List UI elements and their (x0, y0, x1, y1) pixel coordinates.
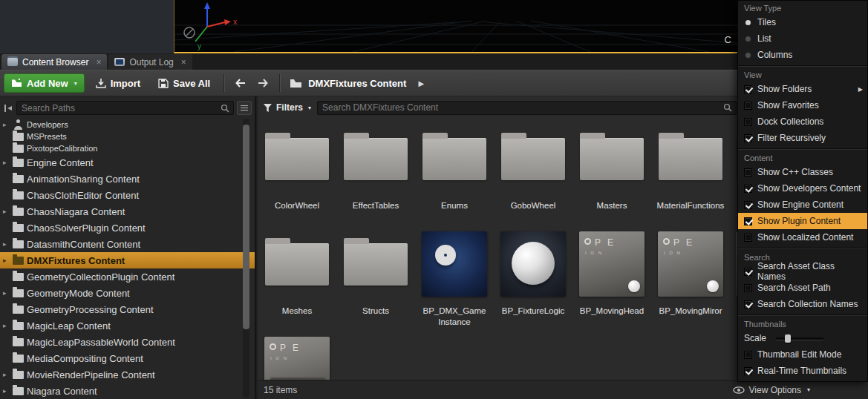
asset-tile[interactable]: P E I O N EffectTables (336, 123, 415, 228)
search-paths-input[interactable] (22, 103, 221, 113)
menu-item-control[interactable] (744, 134, 752, 142)
asset-tile[interactable]: P E I O N Meshes (258, 228, 336, 334)
close-icon[interactable]: × (181, 57, 186, 67)
menu-item-control[interactable] (744, 168, 752, 177)
menu-item[interactable]: Real-Time Thumbnails ▶ (738, 363, 867, 379)
tree-item[interactable]: ▸ MediaCompositing Content (0, 350, 255, 366)
menu-item-control[interactable] (744, 234, 752, 242)
menu-item[interactable]: Dock Collections ▶ (738, 113, 867, 130)
search-assets-input[interactable] (322, 102, 723, 113)
tree-item[interactable]: ▸ Developers (0, 119, 255, 131)
menu-item[interactable]: Tiles ▶ (738, 14, 867, 30)
tree-item[interactable]: ▸ DMXFixtures Content (0, 252, 255, 268)
expand-arrow-icon[interactable]: ▸ (3, 371, 10, 378)
close-icon[interactable]: × (96, 57, 101, 67)
photo-logo-subtext: I O N (585, 251, 603, 255)
menu-item-control[interactable] (744, 85, 752, 93)
tree-scrollbar-thumb[interactable] (243, 125, 249, 329)
gear-logo-icon (663, 238, 670, 245)
asset-tile[interactable]: P E I O N GoboWheel (494, 123, 572, 228)
panel-tab[interactable]: Output Log × (108, 54, 192, 70)
asset-tile[interactable]: P E I O N BP_DMX_Game Instance (415, 228, 494, 334)
import-button[interactable]: Import (89, 73, 147, 93)
menu-item-control[interactable] (744, 217, 752, 225)
menu-item-control[interactable] (744, 201, 752, 209)
panel-tab[interactable]: Content Browser × (1, 54, 107, 70)
menu-item[interactable]: Scale ▶ (738, 330, 867, 346)
menu-item-control[interactable] (745, 20, 751, 25)
forward-button[interactable] (254, 78, 273, 88)
tree-item[interactable]: ▸ Niagara Content (0, 383, 255, 399)
add-new-button[interactable]: Add New ▾ (4, 73, 85, 93)
menu-item-control[interactable] (744, 268, 752, 276)
scale-slider[interactable] (776, 337, 823, 340)
back-button[interactable] (231, 78, 249, 88)
asset-tile[interactable]: P E I O N BP_FixtureLogic (494, 228, 572, 334)
tree-item[interactable]: ▸ ChaosNiagara Content (0, 203, 255, 220)
tree-item[interactable]: ▸ GeometryProcessing Content (0, 301, 255, 317)
tree-item[interactable]: ▸ ChaosSolverPlugin Content (0, 220, 255, 236)
asset-tile[interactable]: P E I O N Masters (572, 123, 651, 228)
menu-item[interactable]: Show Localized Content ▶ (738, 229, 867, 245)
save-all-button[interactable]: Save All (151, 73, 217, 93)
expand-arrow-icon[interactable]: ▸ (3, 121, 10, 128)
tree-item-label: DMXFixtures Content (27, 255, 125, 266)
expand-arrow-icon[interactable]: ▸ (3, 208, 10, 215)
tree-item[interactable]: ▸ PixotopeCalibration (0, 142, 255, 154)
chevron-right-icon[interactable]: ▶ (418, 79, 424, 88)
expand-arrow-icon[interactable]: ▸ (3, 240, 10, 248)
expand-arrow-icon[interactable]: ▸ (3, 289, 10, 297)
sphere-prop (628, 280, 640, 292)
menu-item-control[interactable] (745, 53, 751, 58)
asset-tile[interactable]: P E I O N ColorWheel (258, 123, 336, 228)
tree-item[interactable]: ▸ MovieRenderPipeline Content (0, 366, 255, 383)
expand-arrow-icon[interactable]: ▸ (3, 322, 10, 329)
filters-button[interactable]: Filters ▾ (264, 102, 311, 113)
tree-item-icon (13, 338, 24, 346)
menu-item[interactable]: Show Developers Content ▶ (738, 180, 867, 197)
tree-item[interactable]: ▸ MagicLeapPassableWorld Content (0, 334, 255, 350)
collapse-sources-icon[interactable] (3, 103, 13, 113)
view-options-button[interactable]: View Options ▾ (733, 385, 811, 395)
path-view-options-button[interactable] (237, 101, 252, 115)
menu-item[interactable]: List ▶ (738, 30, 867, 47)
menu-item[interactable]: Thumbnail Edit Mode ▶ (738, 346, 867, 363)
tree-item[interactable]: ▸ MSPresets (0, 131, 255, 142)
menu-item-control[interactable] (744, 351, 752, 359)
tree-item[interactable]: ▸ Engine Content (0, 154, 255, 171)
expand-arrow-icon[interactable]: ▸ (3, 159, 10, 166)
asset-tile[interactable]: P E I O N BP_MovingMiror (651, 228, 730, 334)
menu-item[interactable]: Show Favorites ▶ (738, 97, 867, 113)
tree-item[interactable]: ▸ MagicLeap Content (0, 317, 255, 334)
tree-item[interactable]: ▸ GeometryCollectionPlugin Content (0, 268, 255, 285)
menu-item[interactable]: Show Folders ▶ (738, 81, 867, 97)
menu-item[interactable]: Search Asset Path ▶ (738, 280, 867, 296)
tree-item[interactable]: ▸ ChaosClothEditor Content (0, 187, 255, 203)
menu-item-control[interactable] (744, 185, 752, 193)
asset-tile[interactable]: P E I O N BP_MovingHead (572, 228, 651, 334)
menu-item[interactable]: Filter Recursively ▶ (738, 130, 867, 146)
tree-item[interactable]: ▸ GeometryMode Content (0, 285, 255, 301)
menu-item[interactable]: Search Asset Class Names ▶ (738, 263, 867, 280)
expand-arrow-icon[interactable]: ▸ (3, 257, 10, 264)
tree-item[interactable]: ▸ AnimationSharing Content (0, 171, 255, 187)
menu-item-control[interactable] (744, 300, 752, 309)
menu-item[interactable]: Show Plugin Content ▶ (738, 213, 867, 229)
menu-item-control[interactable] (744, 118, 752, 126)
menu-item-control[interactable] (745, 36, 751, 42)
menu-item[interactable]: Columns ▶ (738, 47, 867, 63)
menu-item-control[interactable] (744, 284, 752, 292)
menu-item[interactable]: Show Engine Content ▶ (738, 197, 867, 213)
menu-item[interactable]: Search Collection Names ▶ (738, 296, 867, 312)
breadcrumb[interactable]: DMXFixtures Content ▶ (290, 78, 424, 89)
level-viewport[interactable]: x y C (174, 0, 737, 53)
asset-tile[interactable]: P E I O N MaterialFunctions (651, 123, 730, 228)
expand-arrow-icon[interactable]: ▸ (3, 387, 10, 395)
tree-item-label: ChaosSolverPlugin Content (27, 222, 146, 234)
menu-item[interactable]: Show C++ Classes ▶ (738, 164, 867, 180)
asset-tile[interactable]: P E I O N Structs (336, 228, 415, 334)
menu-item-control[interactable] (744, 102, 752, 110)
asset-tile[interactable]: P E I O N Enums (415, 123, 494, 228)
tree-item[interactable]: ▸ DatasmithContent Content (0, 236, 255, 252)
menu-item-control[interactable] (744, 367, 752, 375)
